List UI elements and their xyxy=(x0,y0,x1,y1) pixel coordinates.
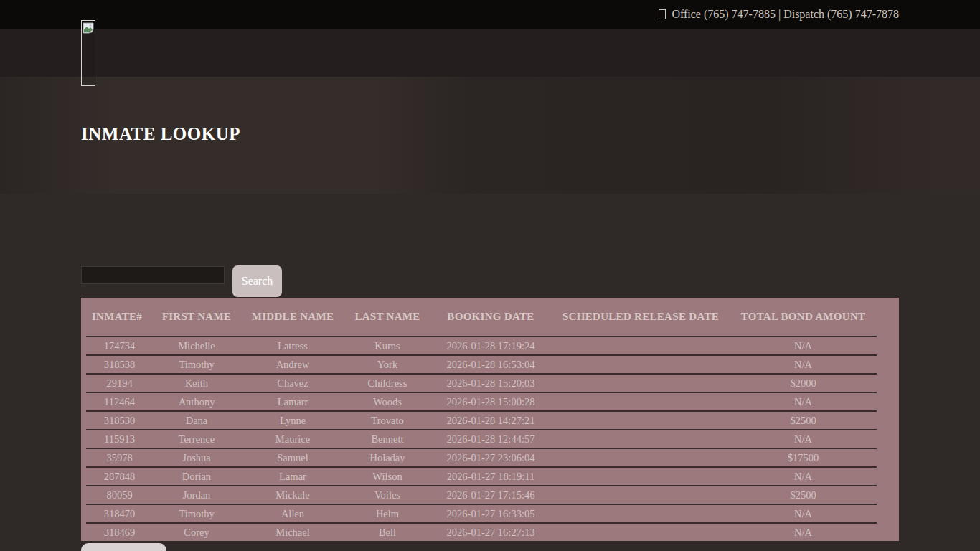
cell-total-bond-amount: N/A xyxy=(730,508,877,520)
table-row[interactable]: 112464 Anthony Lamarr Woods 2026-01-28 1… xyxy=(86,392,877,410)
cell-last-name: Wilson xyxy=(345,471,430,483)
cell-booking-date: 2026-01-27 23:06:04 xyxy=(430,452,552,464)
page-title: INMATE LOOKUP xyxy=(81,124,240,144)
cell-booking-date: 2026-01-28 15:20:03 xyxy=(430,377,552,390)
cell-booking-date: 2026-01-28 12:44:57 xyxy=(430,433,552,446)
table-row[interactable]: 318530 Dana Lynne Trovato 2026-01-28 14:… xyxy=(86,410,877,429)
table-row[interactable]: 174734 Michelle Latress Kurns 2026-01-28… xyxy=(86,336,877,354)
cell-total-bond-amount: N/A xyxy=(730,471,877,483)
cell-first-name: Timothy xyxy=(153,359,240,371)
cell-middle-name: Lamarr xyxy=(240,396,345,408)
cell-total-bond-amount: N/A xyxy=(730,527,877,539)
site-logo-broken-image[interactable] xyxy=(81,20,95,86)
table-row[interactable]: 115913 Terrence Maurice Bennett 2026-01-… xyxy=(86,429,877,448)
cell-booking-date: 2026-01-28 16:53:04 xyxy=(430,359,552,371)
inmate-lookup-page: Office (765) 747-7885 | Dispatch (765) 7… xyxy=(0,0,980,551)
cell-first-name: Dorian xyxy=(153,471,240,483)
search-button[interactable]: Search xyxy=(232,265,282,297)
cell-inmate-number: 115913 xyxy=(86,433,153,446)
nav-band xyxy=(0,29,980,77)
cell-last-name: Helm xyxy=(345,508,430,520)
cell-first-name: Michelle xyxy=(153,340,240,352)
table-header-row: INMATE# FIRST NAME MIDDLE NAME LAST NAME… xyxy=(81,298,899,336)
cell-last-name: Bell xyxy=(345,527,430,539)
pagination-previous-button[interactable]: « Previous xyxy=(81,543,166,551)
cell-inmate-number: 80059 xyxy=(86,489,153,501)
cell-middle-name: Allen xyxy=(240,508,345,520)
cell-total-bond-amount: $2500 xyxy=(730,415,877,427)
table-row[interactable]: 318469 Corey Michael Bell 2026-01-27 16:… xyxy=(86,522,877,541)
inmate-table: INMATE# FIRST NAME MIDDLE NAME LAST NAME… xyxy=(81,298,899,541)
cell-first-name: Joshua xyxy=(153,452,240,464)
column-header-first-name: FIRST NAME xyxy=(153,311,240,323)
column-header-last-name: LAST NAME xyxy=(345,311,430,323)
cell-inmate-number: 318538 xyxy=(86,359,153,371)
cell-booking-date: 2026-01-27 18:19:11 xyxy=(430,471,552,483)
cell-last-name: Kurns xyxy=(345,340,430,352)
cell-inmate-number: 112464 xyxy=(86,396,153,408)
cell-total-bond-amount: $2000 xyxy=(730,377,877,390)
cell-first-name: Corey xyxy=(153,527,240,539)
contact-topbar: Office (765) 747-7885 | Dispatch (765) 7… xyxy=(0,0,980,29)
cell-total-bond-amount: $17500 xyxy=(730,452,877,464)
cell-booking-date: 2026-01-27 17:15:46 xyxy=(430,489,552,501)
cell-total-bond-amount: $2500 xyxy=(730,489,877,501)
cell-total-bond-amount: N/A xyxy=(730,340,877,352)
table-row[interactable]: 318538 Timothy Andrew York 2026-01-28 16… xyxy=(86,354,877,373)
broken-image-icon xyxy=(83,22,94,34)
contact-phone-text: Office (765) 747-7885 | Dispatch (765) 7… xyxy=(672,8,899,21)
column-header-total-bond-amount: TOTAL BOND AMOUNT xyxy=(730,311,877,323)
cell-booking-date: 2026-01-27 16:27:13 xyxy=(430,527,552,539)
cell-inmate-number: 318530 xyxy=(86,415,153,427)
cell-middle-name: Andrew xyxy=(240,359,345,371)
cell-middle-name: Michael xyxy=(240,527,345,539)
table-row[interactable]: 80059 Jordan Mickale Voiles 2026-01-27 1… xyxy=(86,485,877,504)
cell-middle-name: Lamar xyxy=(240,471,345,483)
cell-inmate-number: 318469 xyxy=(86,527,153,539)
search-input[interactable] xyxy=(81,266,225,284)
cell-booking-date: 2026-01-28 14:27:21 xyxy=(430,415,552,427)
cell-total-bond-amount: N/A xyxy=(730,396,877,408)
phone-icon xyxy=(659,9,666,19)
cell-first-name: Keith xyxy=(153,377,240,390)
cell-middle-name: Lynne xyxy=(240,415,345,427)
cell-inmate-number: 174734 xyxy=(86,340,153,352)
table-body: 174734 Michelle Latress Kurns 2026-01-28… xyxy=(86,336,877,541)
cell-first-name: Jordan xyxy=(153,489,240,501)
cell-first-name: Anthony xyxy=(153,396,240,408)
column-header-booking-date: BOOKING DATE xyxy=(430,311,552,323)
cell-first-name: Dana xyxy=(153,415,240,427)
cell-inmate-number: 29194 xyxy=(86,377,153,390)
cell-middle-name: Latress xyxy=(240,340,345,352)
cell-total-bond-amount: N/A xyxy=(730,359,877,371)
cell-first-name: Terrence xyxy=(153,433,240,446)
cell-last-name: Trovato xyxy=(345,415,430,427)
cell-inmate-number: 318470 xyxy=(86,508,153,520)
table-row[interactable]: 29194 Keith Chavez Childress 2026-01-28 … xyxy=(86,373,877,392)
cell-middle-name: Maurice xyxy=(240,433,345,446)
cell-last-name: Childress xyxy=(345,377,430,390)
cell-inmate-number: 287848 xyxy=(86,471,153,483)
cell-total-bond-amount: N/A xyxy=(730,433,877,446)
cell-booking-date: 2026-01-28 17:19:24 xyxy=(430,340,552,352)
column-header-middle-name: MIDDLE NAME xyxy=(240,311,345,323)
cell-last-name: Woods xyxy=(345,396,430,408)
cell-booking-date: 2026-01-28 15:00:28 xyxy=(430,396,552,408)
cell-middle-name: Samuel xyxy=(240,452,345,464)
cell-middle-name: Chavez xyxy=(240,377,345,390)
table-row[interactable]: 318470 Timothy Allen Helm 2026-01-27 16:… xyxy=(86,504,877,522)
cell-middle-name: Mickale xyxy=(240,489,345,501)
column-header-scheduled-release-date: SCHEDULED RELEASE DATE xyxy=(552,311,730,323)
cell-first-name: Timothy xyxy=(153,508,240,520)
cell-last-name: Holaday xyxy=(345,452,430,464)
cell-last-name: Voiles xyxy=(345,489,430,501)
cell-last-name: Bennett xyxy=(345,433,430,446)
cell-last-name: York xyxy=(345,359,430,371)
cell-inmate-number: 35978 xyxy=(86,452,153,464)
table-row[interactable]: 287848 Dorian Lamar Wilson 2026-01-27 18… xyxy=(86,466,877,485)
table-row[interactable]: 35978 Joshua Samuel Holaday 2026-01-27 2… xyxy=(86,448,877,466)
cell-booking-date: 2026-01-27 16:33:05 xyxy=(430,508,552,520)
column-header-inmate-number: INMATE# xyxy=(81,311,153,323)
